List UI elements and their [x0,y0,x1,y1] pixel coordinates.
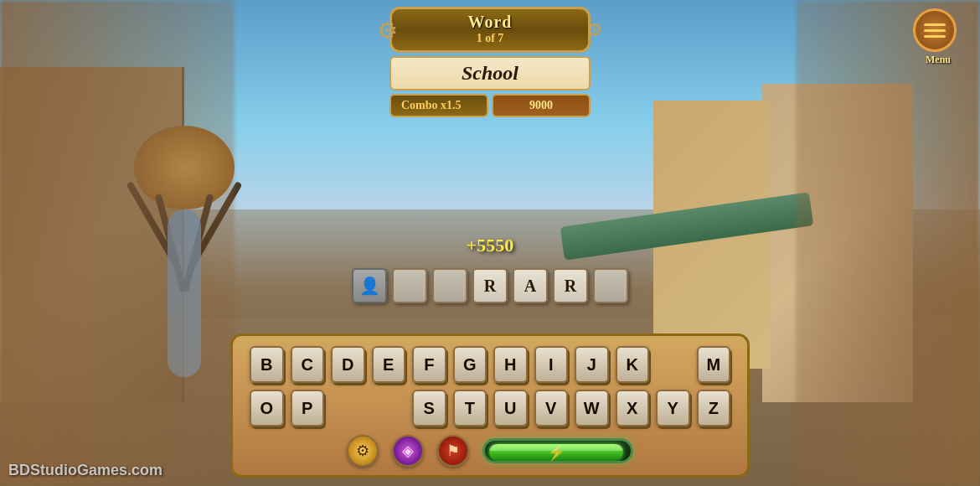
key-S[interactable]: S [412,390,446,427]
key-Y[interactable]: Y [656,390,690,427]
key-K[interactable]: K [616,346,650,383]
key-P[interactable]: P [291,390,325,427]
word-panel: ⚙ Word 1 of 7 ⚙ School Combo x1.5 9000 [389,7,591,117]
keyboard-panel: B C D E F G H I J K L M O P Q R S T U V … [230,333,750,478]
game-ui: ⚙ Word 1 of 7 ⚙ School Combo x1.5 9000 +… [0,0,980,486]
key-D[interactable]: D [331,346,365,383]
menu-line-3 [924,35,946,38]
lightning-icon: ⚡ [547,443,565,462]
key-B[interactable]: B [250,346,284,383]
key-M[interactable]: M [697,346,731,383]
menu-circle [913,8,957,52]
key-W[interactable]: W [575,390,609,427]
watermark: BDStudioGames.com [8,462,162,479]
keyboard-row-2: O P Q R S T U V W X Y Z [250,390,730,427]
key-O[interactable]: O [250,390,284,427]
current-word-box: School [389,56,591,90]
plus-score-display: +5550 [467,235,514,256]
menu-label: Menu [913,54,963,66]
key-G[interactable]: G [453,346,487,383]
word-title-label: Word [409,13,571,32]
coin-red[interactable]: ⚑ [437,435,469,467]
key-Z[interactable]: Z [697,390,731,427]
tile-3[interactable]: R [472,268,508,303]
keyboard-row-1: B C D E F G H I J K L M [250,346,730,383]
power-bar: ⚡ [482,438,633,463]
key-U[interactable]: U [493,390,528,427]
key-J[interactable]: J [575,346,609,383]
current-word-label: School [462,62,518,84]
word-title-box: ⚙ Word 1 of 7 ⚙ [389,7,591,53]
key-F[interactable]: F [412,346,446,383]
menu-line-1 [924,23,946,26]
tile-5[interactable]: R [553,268,588,303]
combo-score-row: Combo x1.5 9000 [389,94,591,117]
power-bar-row: ⚙ ◈ ⚑ ⚡ [250,435,730,467]
menu-line-2 [924,29,946,32]
tile-1[interactable] [392,268,427,303]
score-display: 9000 [492,94,591,117]
coin-purple[interactable]: ◈ [392,435,424,467]
tile-4[interactable]: A [513,268,548,303]
menu-button[interactable]: Menu [913,8,963,59]
key-V[interactable]: V [534,390,569,427]
key-I[interactable]: I [534,346,569,383]
tile-0[interactable]: 👤 [352,268,387,303]
tile-2[interactable] [432,268,467,303]
key-H[interactable]: H [493,346,528,383]
key-E[interactable]: E [372,346,406,383]
gear-left-icon: ⚙ [377,16,398,44]
key-C[interactable]: C [291,346,325,383]
tile-6[interactable] [593,268,628,303]
power-fill: ⚡ [489,444,623,461]
letter-tiles-row: 👤 R A R [352,268,628,303]
key-X[interactable]: X [616,390,650,427]
gear-right-icon: ⚙ [586,19,603,41]
combo-display: Combo x1.5 [389,94,488,117]
key-T[interactable]: T [453,390,487,427]
coin-gold[interactable]: ⚙ [347,435,379,467]
word-progress: 1 of 7 [409,32,571,45]
